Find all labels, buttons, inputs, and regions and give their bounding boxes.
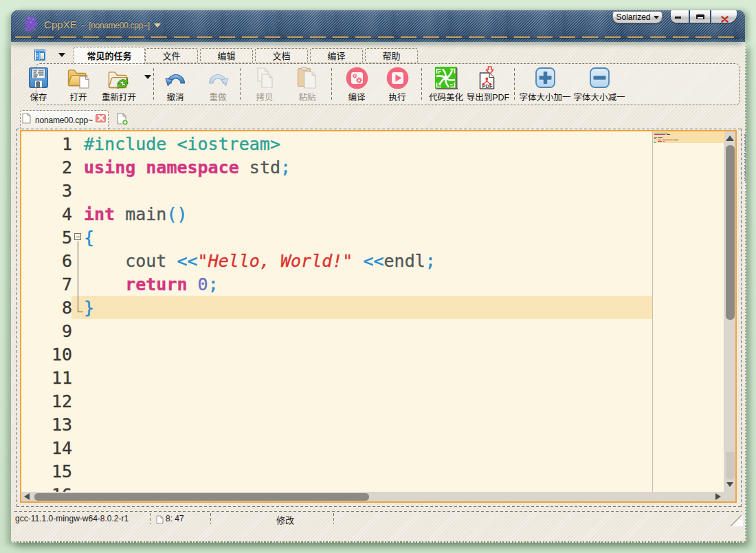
svg-text:PDF: PDF [482, 83, 493, 89]
